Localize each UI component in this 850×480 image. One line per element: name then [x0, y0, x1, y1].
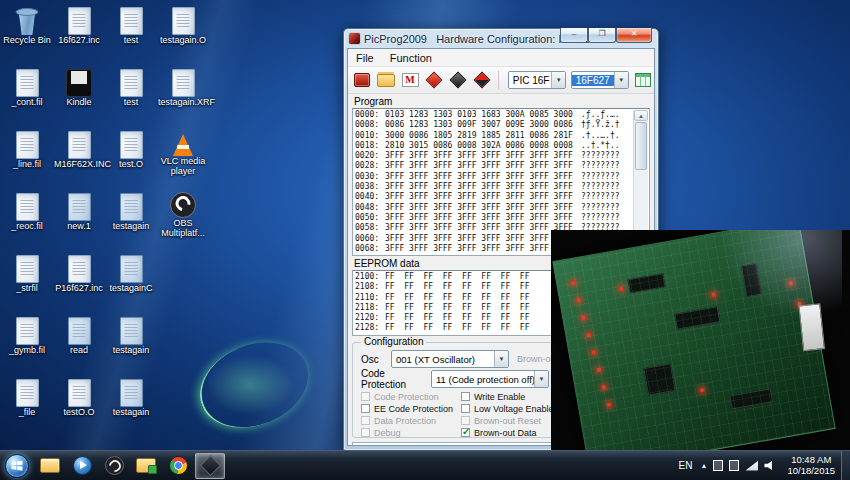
open-file-icon[interactable]: [375, 69, 397, 91]
checkbox-box[interactable]: [361, 428, 370, 437]
desktop-icon[interactable]: M16F62X.INC: [54, 129, 104, 177]
desktop-icon[interactable]: test.O: [106, 129, 156, 177]
desktop-icon[interactable]: testagain: [106, 315, 156, 363]
taskbar-media-player[interactable]: [67, 453, 97, 479]
desktop-icon-label: testagain.XRF: [158, 98, 208, 108]
data-table-icon[interactable]: [635, 69, 651, 91]
power-icon[interactable]: [729, 460, 739, 471]
hex-values: 0086 1283 1303 009F 3007 009E 3000 0086: [385, 120, 577, 130]
taskbar-picprog[interactable]: [195, 453, 225, 479]
dropdown-arrow-icon[interactable]: ▼: [534, 371, 548, 387]
minimize-button[interactable]: –: [560, 28, 588, 43]
desktop-icon[interactable]: _reoc.fil: [2, 191, 52, 239]
osc-select[interactable]: 001 (XT Oscillator) ▼: [391, 350, 509, 368]
desktop-icon[interactable]: testagain: [106, 191, 156, 239]
desktop-icon[interactable]: VLC media player: [158, 129, 208, 177]
dropdown-arrow-icon[interactable]: ▼: [551, 72, 564, 88]
hidden-icons-arrow-icon[interactable]: ▲: [698, 462, 711, 469]
menu-item[interactable]: Function: [382, 51, 440, 65]
start-button[interactable]: [0, 451, 34, 480]
checkbox-label: Low Voltage Enable: [474, 404, 554, 414]
checkbox-box[interactable]: [361, 392, 370, 401]
hardware-config-icon[interactable]: [351, 69, 373, 91]
dropdown-arrow-icon[interactable]: ▼: [494, 351, 508, 367]
taskbar-explorer[interactable]: [35, 453, 65, 479]
checkbox-label: Debug: [374, 428, 401, 438]
close-button[interactable]: ✕: [616, 28, 652, 43]
desktop-icon[interactable]: _line.fil: [2, 129, 52, 177]
desktop-icon[interactable]: Kindle: [54, 67, 104, 115]
device-select[interactable]: 16F627 ▼: [571, 71, 629, 89]
checkbox-box[interactable]: [461, 392, 470, 401]
desktop-icon[interactable]: _cont.fil: [2, 67, 52, 115]
scroll-up-icon[interactable]: ▲: [634, 110, 648, 121]
desktop-icon[interactable]: _file: [2, 377, 52, 425]
language-indicator[interactable]: EN: [674, 460, 698, 471]
config-checkbox[interactable]: Write Enable: [461, 391, 561, 402]
hex-address: 0058:: [355, 223, 385, 233]
desktop-icon[interactable]: P16f627.inc: [54, 253, 104, 301]
desktop-icon[interactable]: testagainC: [106, 253, 156, 301]
desktop-icon[interactable]: testagain: [106, 377, 156, 425]
desktop-icon[interactable]: _strfil: [2, 253, 52, 301]
app-icon: [349, 33, 360, 44]
clock[interactable]: 10:48 AM 10/18/2015: [779, 455, 841, 477]
file-icon: [2, 5, 52, 35]
desktop-icon[interactable]: test: [106, 67, 156, 115]
checkbox-label: Brown-out Reset: [474, 416, 541, 426]
desktop-icon[interactable]: _gymb.fil: [2, 315, 52, 363]
taskbar-obs[interactable]: [99, 453, 129, 479]
taskbar-documents-folder[interactable]: [131, 453, 161, 479]
maximize-button[interactable]: ❐: [588, 28, 616, 43]
scrollbar-thumb[interactable]: [635, 122, 647, 170]
code-protection-select[interactable]: 11 (Code protection off) ▼: [431, 370, 549, 388]
config-checkbox[interactable]: Low Voltage Enable: [461, 403, 561, 414]
hex-row: 0040: 3FFF 3FFF 3FFF 3FFF 3FFF 3FFF 3FFF…: [355, 192, 633, 202]
device-family-select[interactable]: PIC 16F ▼: [508, 71, 566, 89]
checkbox-box[interactable]: [461, 404, 470, 413]
hex-ascii: ????????: [577, 213, 620, 223]
program-section-label: Program: [354, 96, 654, 108]
dropdown-arrow-icon[interactable]: ▼: [614, 72, 628, 88]
desktop-icon[interactable]: new.1: [54, 191, 104, 239]
app-icon: [169, 456, 188, 475]
microchip-icon[interactable]: [399, 69, 421, 91]
config-checkbox[interactable]: Debug: [361, 427, 461, 438]
config-checkbox[interactable]: Brown-out Reset: [461, 415, 561, 426]
window-title: PicProg2009 Hardware Configuration: K804…: [364, 33, 590, 45]
volume-icon[interactable]: [764, 461, 776, 471]
hex-values: 3000 0086 1805 2819 1885 2811 0086 281F: [385, 131, 577, 141]
checkbox-box[interactable]: [361, 404, 370, 413]
menu-item[interactable]: File: [348, 51, 382, 65]
checkbox-box[interactable]: [461, 416, 470, 425]
config-checkbox[interactable]: Brown-out Data: [461, 427, 561, 438]
desktop-icon[interactable]: testagain.XRF: [158, 67, 208, 115]
config-checkbox[interactable]: Data Protection: [361, 415, 461, 426]
desktop-icon[interactable]: test: [106, 5, 156, 53]
desktop-icon[interactable]: testagain.O: [158, 5, 208, 53]
window-titlebar[interactable]: PicProg2009 Hardware Configuration: K804…: [347, 29, 655, 48]
file-icon: [2, 129, 52, 159]
checkbox-box[interactable]: [361, 416, 370, 425]
hex-ascii: ????????: [577, 203, 620, 213]
taskbar-chrome[interactable]: [163, 453, 193, 479]
desktop-icon[interactable]: read: [54, 315, 104, 363]
checkbox-box[interactable]: [461, 428, 470, 437]
desktop-icon[interactable]: Recycle Bin: [2, 5, 52, 53]
program-device-icon[interactable]: [423, 69, 445, 91]
desktop-icon[interactable]: OBS Multiplatf...: [158, 191, 208, 239]
network-icon[interactable]: [745, 461, 758, 471]
desktop-icon-label: Recycle Bin: [3, 36, 51, 46]
config-checkbox[interactable]: EE Code Protection: [361, 403, 461, 414]
hex-row: 0018: 2810 3015 0086 0008 302A 0086 0008…: [355, 141, 633, 151]
config-checkbox[interactable]: Code Protection: [361, 391, 461, 402]
desktop-icon[interactable]: 16f627.inc: [54, 5, 104, 53]
app-icon: [136, 458, 156, 473]
desktop-icon[interactable]: testO.O: [54, 377, 104, 425]
desktop-icon-label: _gymb.fil: [9, 346, 45, 356]
read-device-icon[interactable]: [447, 69, 469, 91]
verify-device-icon[interactable]: [471, 69, 493, 91]
checkbox-label: Brown-out Data: [474, 428, 537, 438]
show-desktop-button[interactable]: [841, 451, 850, 480]
action-center-icon[interactable]: [713, 460, 723, 471]
